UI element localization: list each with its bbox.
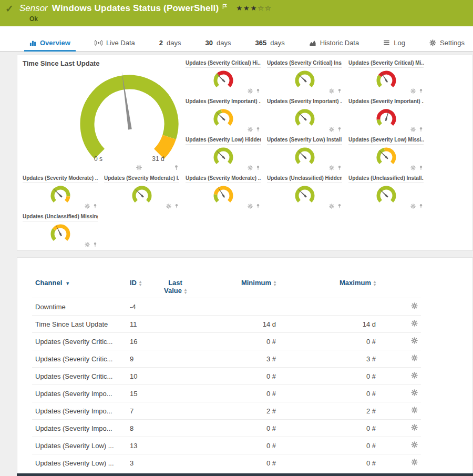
channel-name-link[interactable]: Time Since Last Update	[32, 316, 127, 333]
sensor-status-text: Ok	[5, 15, 467, 23]
channel-name-link[interactable]: Updates (Severity Impo...	[32, 420, 127, 437]
gauge-pin-icon[interactable]	[337, 87, 342, 94]
tab-strip: OverviewLive Data2days30days365daysHisto…	[0, 26, 473, 52]
channel-name-link[interactable]: Updates (Severity Low) ...	[32, 454, 127, 472]
gauge-settings-icon[interactable]	[248, 87, 253, 94]
gauge-pin-icon[interactable]	[145, 165, 179, 170]
channel-settings-icon[interactable]	[411, 372, 418, 379]
channel-name-link[interactable]: Downtime	[32, 298, 127, 316]
channel-name-link[interactable]: Updates (Severity Impo...	[32, 385, 127, 402]
gauge-pin-icon[interactable]	[255, 202, 261, 209]
channel-settings-icon[interactable]	[411, 389, 418, 396]
channel-settings-icon[interactable]	[411, 407, 418, 413]
priority-flag-icon[interactable]	[222, 4, 228, 9]
gauge-settings-icon[interactable]	[107, 165, 142, 170]
gauge-settings-icon[interactable]	[85, 202, 90, 209]
gauge-pin-icon[interactable]	[418, 87, 424, 94]
channel-settings-icon[interactable]	[411, 355, 418, 361]
gauge-actions	[248, 87, 261, 94]
channel-name-link[interactable]: Updates (Severity Low) ...	[32, 437, 127, 454]
gauge-settings-icon[interactable]	[248, 126, 253, 132]
col-header-channel[interactable]: Channel▼	[32, 276, 127, 298]
channel-settings-icon[interactable]	[411, 424, 418, 431]
channel-maximum	[279, 298, 379, 316]
tab-label: Overview	[40, 39, 70, 47]
gauge-pin-icon[interactable]	[418, 202, 424, 209]
gauge-pin-icon[interactable]	[418, 164, 424, 170]
channel-name-link[interactable]: Updates (Severity Impo...	[32, 402, 127, 420]
gauge-settings-icon[interactable]	[410, 164, 416, 170]
gauge-pin-icon[interactable]	[337, 202, 342, 209]
channel-last-value	[156, 333, 195, 350]
gauge-settings-icon[interactable]	[410, 126, 416, 132]
gauge-pin-icon[interactable]	[418, 126, 424, 132]
gauge-settings-icon[interactable]	[248, 202, 253, 209]
gauge-settings-icon[interactable]	[329, 164, 334, 170]
mini-gauge	[209, 184, 238, 206]
channel-settings-icon[interactable]	[411, 337, 418, 344]
col-header-minimum[interactable]: Minimum▴▾	[195, 276, 279, 298]
gauge-pin-icon[interactable]	[92, 202, 98, 209]
tab-live-data[interactable]: Live Data	[89, 35, 140, 52]
channel-minimum: 2 #	[195, 402, 279, 420]
channel-settings-icon[interactable]	[411, 320, 418, 327]
gauge-settings-icon[interactable]	[248, 164, 253, 170]
status-ok-icon: ✓	[5, 4, 14, 14]
channel-settings-icon[interactable]	[411, 459, 418, 465]
mini-gauge	[291, 184, 319, 206]
gauge-settings-icon[interactable]	[329, 202, 334, 209]
gauge-pin-icon[interactable]	[174, 202, 179, 209]
tab-30-days[interactable]: 30days	[200, 35, 236, 52]
gauge-settings-icon[interactable]	[410, 202, 416, 209]
gauge-settings-icon[interactable]	[410, 87, 416, 94]
tab-overview[interactable]: Overview	[24, 35, 76, 52]
gauge-actions	[329, 164, 342, 170]
mini-gauge-title: Updates (Severity Low) Install...	[267, 134, 342, 145]
tab-bar: OverviewLive Data2days30days365daysHisto…	[0, 35, 473, 52]
gauge-settings-icon[interactable]	[85, 241, 90, 247]
mini-gauge-cell: Updates (Severity Critical) Hi...	[184, 57, 266, 96]
table-row: Updates (Severity Critic... 16 0 # 0 #	[32, 333, 421, 350]
mini-gauge-title: Updates (Severity Low) Hidden	[186, 134, 261, 145]
tab-365-days[interactable]: 365days	[250, 35, 290, 52]
gauge-settings-icon[interactable]	[166, 202, 171, 209]
channel-name-link[interactable]: Updates (Severity Critic...	[32, 368, 127, 385]
table-row: Updates (Severity Critic... 10 0 # 0 #	[32, 368, 421, 385]
mini-gauge-title: Updates (Severity Moderate) ...	[23, 173, 98, 183]
channel-minimum: 0 #	[195, 368, 279, 385]
priority-stars[interactable]: ★★★☆☆	[236, 4, 272, 12]
gauge-pin-icon[interactable]	[92, 241, 98, 247]
gauge-settings-icon[interactable]	[329, 87, 334, 94]
mini-gauge-title: Updates (Severity Important) ...	[186, 96, 261, 106]
tab-label: days	[167, 39, 181, 47]
gauge-pin-icon[interactable]	[255, 126, 261, 132]
gauge-grid: Time Since Last Update 0 s 31 d Updates …	[17, 55, 472, 250]
channel-settings-icon[interactable]	[411, 441, 418, 448]
gauge-actions	[410, 126, 424, 132]
col-header-id[interactable]: ID▴▾	[127, 276, 156, 298]
mini-gauge-title: Updates (Severity Critical) Hi...	[186, 57, 261, 68]
mini-gauge	[372, 69, 400, 91]
channel-id: 13	[127, 437, 156, 454]
mini-gauge	[46, 184, 75, 206]
gauge-pin-icon[interactable]	[255, 87, 261, 94]
gauge-pin-icon[interactable]	[337, 126, 342, 132]
mini-gauge	[291, 146, 319, 168]
gauge-pin-icon[interactable]	[337, 164, 342, 170]
tab-label: Historic Data	[320, 39, 359, 47]
tab-log[interactable]: Log	[378, 35, 410, 52]
channel-name-link[interactable]: Updates (Severity Critic...	[32, 333, 127, 350]
channel-name-link[interactable]: Updates (Severity Critic...	[32, 350, 127, 368]
gauge-settings-icon[interactable]	[329, 126, 334, 132]
channels-table: Channel▼ ID▴▾ Last Value▴▾ Minimum▴▾ Max…	[32, 276, 421, 471]
channel-settings-icon[interactable]	[411, 302, 418, 309]
table-row: Downtime -4	[32, 298, 421, 316]
tab-historic-data[interactable]: Historic Data	[304, 35, 364, 52]
gauge-pin-icon[interactable]	[255, 164, 261, 170]
col-header-maximum[interactable]: Maximum▴▾	[279, 276, 379, 298]
mini-gauge	[372, 107, 400, 129]
tab-2-days[interactable]: 2days	[154, 35, 187, 52]
mini-gauge	[291, 69, 319, 91]
col-header-last-value[interactable]: Last Value▴▾	[156, 276, 195, 298]
tab-settings[interactable]: Settings	[424, 35, 470, 52]
